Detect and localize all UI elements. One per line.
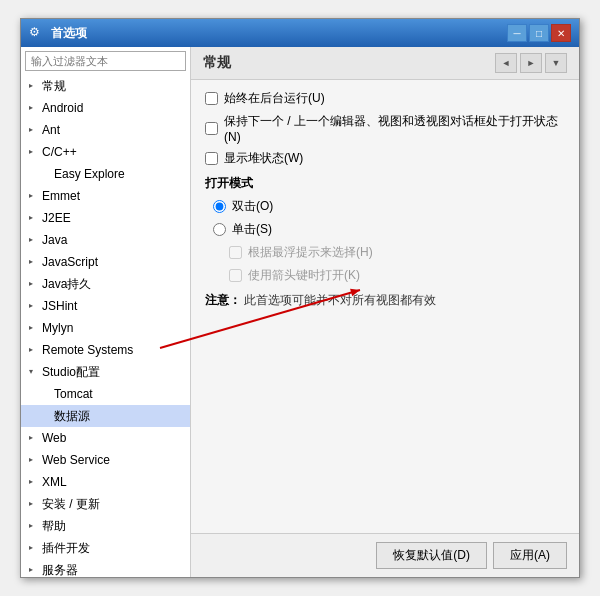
- tree-arrow-emmet: ▸: [29, 187, 39, 205]
- arrow-open-label: 使用箭头键时打开(K): [248, 267, 360, 284]
- app-icon: ⚙: [29, 25, 45, 41]
- tree-arrow-j2ee: ▸: [29, 209, 39, 227]
- tree-item-easy_explore[interactable]: Easy Explore: [21, 163, 190, 185]
- tree-label-jshint: JSHint: [42, 297, 77, 315]
- tree-item-java_hold[interactable]: ▸Java持久: [21, 273, 190, 295]
- double-click-label: 双击(O): [232, 198, 273, 215]
- tree-item-changgui[interactable]: ▸常规: [21, 75, 190, 97]
- tree-item-tomcat[interactable]: Tomcat: [21, 383, 190, 405]
- window-title: 首选项: [51, 25, 87, 42]
- single-click-label: 单击(S): [232, 221, 272, 238]
- right-body: 始终在后台运行(U) 保持下一个 / 上一个编辑器、视图和透视图对话框处于打开状…: [191, 80, 579, 533]
- double-click-radio[interactable]: [213, 200, 226, 213]
- checkbox-row-keep-next: 保持下一个 / 上一个编辑器、视图和透视图对话框处于打开状态(N): [205, 113, 565, 144]
- tree-item-plugin_dev[interactable]: ▸插件开发: [21, 537, 190, 559]
- tree-item-web_service[interactable]: ▸Web Service: [21, 449, 190, 471]
- note-text: 注意： 此首选项可能并不对所有视图都有效: [205, 292, 565, 309]
- tree-label-install_update: 安装 / 更新: [42, 495, 100, 513]
- hover-select-checkbox[interactable]: [229, 246, 242, 259]
- title-bar-left: ⚙ 首选项: [29, 25, 87, 42]
- open-mode-title: 打开模式: [205, 175, 565, 192]
- tree-arrow-xml: ▸: [29, 473, 39, 491]
- tree-arrow-cpp: ▸: [29, 143, 39, 161]
- show-stack-label: 显示堆状态(W): [224, 150, 303, 167]
- checkbox-row-show-stack: 显示堆状态(W): [205, 150, 565, 167]
- right-panel: 常规 ◄ ► ▼ 始终在后台运行(U) 保持下一个 / 上一个编辑器、视: [191, 47, 579, 577]
- left-panel: ▸常规▸Android▸Ant▸C/C++Easy Explore▸Emmet▸…: [21, 47, 191, 577]
- tree-item-j2ee[interactable]: ▸J2EE: [21, 207, 190, 229]
- close-button[interactable]: ✕: [551, 24, 571, 42]
- tree-item-web[interactable]: ▸Web: [21, 427, 190, 449]
- tree-item-javascript[interactable]: ▸JavaScript: [21, 251, 190, 273]
- tree-item-help[interactable]: ▸帮助: [21, 515, 190, 537]
- tree-arrow-web_service: ▸: [29, 451, 39, 469]
- sub-checkbox-row-arrow: 使用箭头键时打开(K): [205, 267, 565, 284]
- minimize-button[interactable]: ─: [507, 24, 527, 42]
- tree-label-xml: XML: [42, 473, 67, 491]
- tree-label-changgui: 常规: [42, 77, 66, 95]
- bg-run-label: 始终在后台运行(U): [224, 90, 325, 107]
- tree-arrow-web: ▸: [29, 429, 39, 447]
- right-header: 常规 ◄ ► ▼: [191, 47, 579, 80]
- tree-label-tomcat: Tomcat: [54, 385, 93, 403]
- tree-arrow-remote_systems: ▸: [29, 341, 39, 359]
- tree-label-javascript: JavaScript: [42, 253, 98, 271]
- show-stack-checkbox[interactable]: [205, 152, 218, 165]
- keep-next-label: 保持下一个 / 上一个编辑器、视图和透视图对话框处于打开状态(N): [224, 113, 565, 144]
- tree-item-xml[interactable]: ▸XML: [21, 471, 190, 493]
- tree-label-datasource: 数据源: [54, 407, 90, 425]
- tree-label-easy_explore: Easy Explore: [54, 165, 125, 183]
- tree-arrow-plugin_dev: ▸: [29, 539, 39, 557]
- tree-area[interactable]: ▸常规▸Android▸Ant▸C/C++Easy Explore▸Emmet▸…: [21, 75, 190, 577]
- tree-arrow-jshint: ▸: [29, 297, 39, 315]
- tree-arrow-java: ▸: [29, 231, 39, 249]
- tree-wrapper: ▸常规▸Android▸Ant▸C/C++Easy Explore▸Emmet▸…: [21, 75, 190, 577]
- keep-next-checkbox[interactable]: [205, 122, 218, 135]
- tree-item-cpp[interactable]: ▸C/C++: [21, 141, 190, 163]
- note-prefix-label: 注意：: [205, 293, 241, 307]
- tree-item-ant[interactable]: ▸Ant: [21, 119, 190, 141]
- tree-label-plugin_dev: 插件开发: [42, 539, 90, 557]
- tree-item-jshint[interactable]: ▸JSHint: [21, 295, 190, 317]
- tree-item-emmet[interactable]: ▸Emmet: [21, 185, 190, 207]
- tree-item-install_update[interactable]: ▸安装 / 更新: [21, 493, 190, 515]
- tree-arrow-java_hold: ▸: [29, 275, 39, 293]
- filter-input[interactable]: [25, 51, 186, 71]
- nav-arrows: ◄ ► ▼: [495, 53, 567, 73]
- restore-defaults-button[interactable]: 恢复默认值(D): [376, 542, 487, 569]
- tree-item-server[interactable]: ▸服务器: [21, 559, 190, 577]
- nav-dropdown-button[interactable]: ▼: [545, 53, 567, 73]
- hover-select-label: 根据最浮提示来选择(H): [248, 244, 373, 261]
- tree-item-datasource[interactable]: 数据源: [21, 405, 190, 427]
- tree-item-java[interactable]: ▸Java: [21, 229, 190, 251]
- bg-run-checkbox[interactable]: [205, 92, 218, 105]
- nav-forward-button[interactable]: ►: [520, 53, 542, 73]
- tree-arrow-changgui: ▸: [29, 77, 39, 95]
- tree-label-j2ee: J2EE: [42, 209, 71, 227]
- sub-checkbox-row-hover: 根据最浮提示来选择(H): [205, 244, 565, 261]
- bottom-bar: 恢复默认值(D) 应用(A): [191, 533, 579, 577]
- maximize-button[interactable]: □: [529, 24, 549, 42]
- tree-label-java_hold: Java持久: [42, 275, 91, 293]
- nav-back-button[interactable]: ◄: [495, 53, 517, 73]
- main-content: ▸常规▸Android▸Ant▸C/C++Easy Explore▸Emmet▸…: [21, 47, 579, 577]
- tree-label-remote_systems: Remote Systems: [42, 341, 133, 359]
- tree-label-help: 帮助: [42, 517, 66, 535]
- apply-button[interactable]: 应用(A): [493, 542, 567, 569]
- tree-label-mylyn: Mylyn: [42, 319, 73, 337]
- preferences-window: ⚙ 首选项 ─ □ ✕ ▸常规▸Android▸Ant▸C/C++Easy Ex…: [20, 18, 580, 578]
- tree-item-studio_config[interactable]: ▾Studio配置: [21, 361, 190, 383]
- right-panel-title: 常规: [203, 54, 231, 72]
- tree-label-emmet: Emmet: [42, 187, 80, 205]
- tree-item-mylyn[interactable]: ▸Mylyn: [21, 317, 190, 339]
- note-content: 此首选项可能并不对所有视图都有效: [244, 293, 436, 307]
- tree-label-studio_config: Studio配置: [42, 363, 100, 381]
- single-click-radio[interactable]: [213, 223, 226, 236]
- tree-arrow-install_update: ▸: [29, 495, 39, 513]
- tree-arrow-server: ▸: [29, 561, 39, 577]
- radio-row-double: 双击(O): [205, 198, 565, 215]
- tree-item-android[interactable]: ▸Android: [21, 97, 190, 119]
- checkbox-row-bg-run: 始终在后台运行(U): [205, 90, 565, 107]
- tree-item-remote_systems[interactable]: ▸Remote Systems: [21, 339, 190, 361]
- arrow-open-checkbox[interactable]: [229, 269, 242, 282]
